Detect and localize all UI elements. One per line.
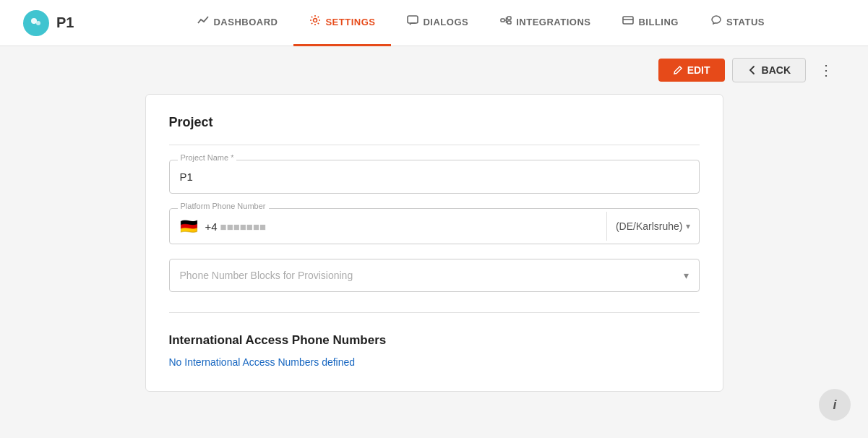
svg-rect-3 xyxy=(408,16,418,23)
svg-rect-4 xyxy=(501,19,504,22)
project-name-group: Project Name * xyxy=(169,160,700,194)
nav-label-integrations: INTEGRATIONS xyxy=(516,17,590,27)
nav-label-billing: BILLING xyxy=(638,17,679,27)
more-icon: ⋮ xyxy=(819,62,833,78)
edit-icon xyxy=(673,65,683,75)
back-arrow-icon xyxy=(747,65,757,75)
app-title: P1 xyxy=(56,14,74,31)
card-divider xyxy=(169,145,700,145)
phone-location-text: (DE/Karlsruhe) xyxy=(616,220,683,232)
dashboard-icon xyxy=(197,14,209,29)
more-options-button[interactable]: ⋮ xyxy=(813,59,839,82)
svg-point-1 xyxy=(36,21,40,25)
svg-rect-7 xyxy=(623,17,633,24)
svg-rect-6 xyxy=(507,21,511,24)
nav-label-status: STATUS xyxy=(726,17,765,27)
edit-button[interactable]: EDIT xyxy=(658,59,725,82)
nav-item-status[interactable]: STATUS xyxy=(695,0,781,46)
phone-number-value: ■■■■■■■ xyxy=(220,210,606,243)
svg-point-2 xyxy=(314,19,317,22)
project-card: Project Project Name * Platform Phone Nu… xyxy=(145,94,723,392)
logo-icon xyxy=(23,10,49,36)
status-icon xyxy=(710,14,722,29)
nav-label-dialogs: DIALOGS xyxy=(423,17,468,27)
provisioning-dropdown[interactable]: Phone Number Blocks for Provisioning ▾ xyxy=(169,259,700,292)
edit-label: EDIT xyxy=(687,64,710,76)
svg-rect-5 xyxy=(507,17,511,20)
info-button[interactable]: i xyxy=(819,389,851,421)
nav-item-dialogs[interactable]: DIALOGS xyxy=(391,0,484,46)
back-label: BACK xyxy=(762,64,791,76)
nav-label-settings: SETTINGS xyxy=(325,17,375,27)
billing-icon xyxy=(622,14,634,29)
back-button[interactable]: BACK xyxy=(732,58,806,82)
nav-item-billing[interactable]: BILLING xyxy=(606,0,695,46)
main-nav: DASHBOARD SETTINGS DIALOGS xyxy=(117,0,845,46)
phone-field: 🇩🇪 +4 ■■■■■■■ (DE/Karlsruhe) ▾ xyxy=(169,208,700,244)
section-divider xyxy=(169,312,700,313)
phone-flag: 🇩🇪 xyxy=(170,209,205,244)
provisioning-group: Phone Number Blocks for Provisioning ▾ xyxy=(169,259,700,292)
phone-location-selector[interactable]: (DE/Karlsruhe) ▾ xyxy=(606,212,699,241)
nav-item-integrations[interactable]: INTEGRATIONS xyxy=(484,0,606,46)
app-header: P1 DASHBOARD SETTINGS xyxy=(0,0,868,46)
nav-item-settings[interactable]: SETTINGS xyxy=(293,0,391,46)
platform-phone-group: Platform Phone Number 🇩🇪 +4 ■■■■■■■ (DE/… xyxy=(169,208,700,244)
platform-phone-label: Platform Phone Number xyxy=(178,202,269,210)
project-name-input[interactable] xyxy=(169,160,700,194)
international-section-title: International Access Phone Numbers xyxy=(169,333,700,348)
nav-item-dashboard[interactable]: DASHBOARD xyxy=(181,0,293,46)
dialogs-icon xyxy=(407,14,418,29)
project-name-label: Project Name * xyxy=(178,153,237,162)
provisioning-chevron-icon: ▾ xyxy=(684,270,689,281)
logo-area: P1 xyxy=(23,10,74,36)
settings-icon xyxy=(309,14,321,29)
provisioning-placeholder: Phone Number Blocks for Provisioning xyxy=(180,270,353,281)
no-numbers-text: No International Access Numbers defined xyxy=(169,356,700,368)
toolbar: EDIT BACK ⋮ xyxy=(0,46,868,94)
chevron-down-icon: ▾ xyxy=(686,221,690,231)
integrations-icon xyxy=(500,14,512,29)
info-icon: i xyxy=(833,398,836,413)
phone-prefix: +4 xyxy=(205,220,220,233)
card-title: Project xyxy=(169,115,700,130)
main-content: Project Project Name * Platform Phone Nu… xyxy=(0,94,868,392)
svg-point-0 xyxy=(31,18,37,24)
nav-label-dashboard: DASHBOARD xyxy=(213,17,278,27)
